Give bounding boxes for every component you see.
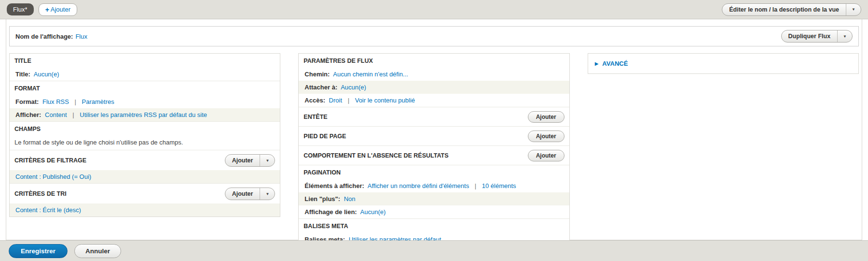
separator: | bbox=[348, 97, 349, 104]
add-no-results-button[interactable]: Ajouter bbox=[528, 150, 565, 161]
attach-link[interactable]: Aucun(e) bbox=[341, 84, 366, 91]
add-footer-button[interactable]: Ajouter bbox=[528, 130, 565, 142]
add-filter-button[interactable]: Ajouter bbox=[225, 155, 260, 166]
section-title-heading: TITLE bbox=[10, 54, 280, 68]
setting-row-items: Éléments à afficher: Afficher un nombre … bbox=[299, 179, 569, 192]
section-feed-heading: PARAMÈTRES DE FLUX bbox=[299, 54, 569, 68]
column-first-box: TITLE Title: Aucun(e) FORMAT Format: Flu… bbox=[9, 53, 280, 217]
chevron-down-icon: ▼ bbox=[265, 192, 269, 196]
display-name-link[interactable]: Flux bbox=[75, 33, 87, 40]
section-fields: CHAMPS Le format de style ou de ligne ch… bbox=[10, 121, 280, 150]
separator: | bbox=[75, 98, 76, 105]
cancel-button[interactable]: Annuler bbox=[74, 244, 121, 258]
section-pager-heading: PAGINATION bbox=[299, 165, 569, 179]
section-feed-label: PARAMÈTRES DE FLUX bbox=[303, 58, 373, 64]
section-no-results: COMPORTEMENT EN L'ABSENCE DE RÉSULTATS A… bbox=[299, 145, 569, 165]
separator: | bbox=[72, 111, 74, 118]
section-page-footer: PIED DE PAGE Ajouter bbox=[299, 126, 569, 145]
section-header: ENTÊTE Ajouter bbox=[299, 107, 569, 126]
setting-row-show: Afficher: Content | Utiliser les paramèt… bbox=[10, 108, 280, 121]
chevron-down-icon: ▼ bbox=[843, 34, 847, 39]
tab-flux[interactable]: Flux* bbox=[7, 3, 34, 15]
access-permission-link[interactable]: Voir le contenu publié bbox=[355, 97, 415, 104]
section-filter-heading: CRITÈRES DE FILTRAGE Ajouter ▼ bbox=[10, 150, 280, 170]
access-type-link[interactable]: Droit bbox=[329, 97, 342, 104]
section-pager-label: PAGINATION bbox=[303, 169, 341, 176]
add-sort-button[interactable]: Ajouter bbox=[225, 188, 260, 200]
display-tab-bar: Flux* + Ajouter Éditer le nom / la descr… bbox=[0, 0, 868, 19]
add-header-button[interactable]: Ajouter bbox=[528, 111, 565, 123]
section-no-results-label: COMPORTEMENT EN L'ABSENCE DE RÉSULTATS bbox=[303, 152, 448, 159]
format-style-link[interactable]: Flux RSS bbox=[42, 98, 69, 105]
column-first: TITLE Title: Aucun(e) FORMAT Format: Flu… bbox=[9, 53, 280, 246]
setting-row-attach: Attacher à: Aucun(e) bbox=[299, 81, 569, 94]
section-fields-heading: CHAMPS bbox=[10, 122, 280, 136]
filter-published-link[interactable]: Content : Published (= Oui) bbox=[15, 173, 91, 180]
section-filter-criteria: CRITÈRES DE FILTRAGE Ajouter ▼ Content :… bbox=[10, 150, 280, 183]
pager-type-link[interactable]: Afficher un nombre défini d'éléments bbox=[368, 182, 469, 189]
chevron-right-icon: ▶ bbox=[595, 61, 599, 66]
section-feed-settings: PARAMÈTRES DE FLUX Chemin: Aucun chemin … bbox=[299, 54, 569, 107]
chevron-down-icon: ▼ bbox=[265, 159, 269, 163]
edit-view-name-button[interactable]: Éditer le nom / la description de la vue bbox=[722, 4, 846, 15]
setting-row-sort: Content : Écrit le (desc) bbox=[10, 203, 280, 217]
duplicate-display-dropdown[interactable]: ▼ bbox=[837, 30, 852, 42]
setting-row-link-display: Affichage de lien: Aucun(e) bbox=[299, 205, 569, 218]
section-header-heading: ENTÊTE Ajouter bbox=[299, 107, 569, 126]
show-content-link[interactable]: Content bbox=[45, 111, 67, 118]
column-second: PARAMÈTRES DE FLUX Chemin: Aucun chemin … bbox=[298, 53, 569, 246]
save-button[interactable]: Enregistrer bbox=[9, 244, 68, 258]
plus-icon: + bbox=[45, 6, 49, 14]
section-sort-heading: CRITÈRES DE TRI Ajouter ▼ bbox=[10, 184, 280, 203]
section-format-label: FORMAT bbox=[14, 85, 40, 92]
add-display-label: Ajouter bbox=[51, 6, 70, 13]
advanced-toggle[interactable]: ▶ AVANCÉ bbox=[588, 53, 859, 74]
section-format-heading: FORMAT bbox=[10, 81, 280, 95]
fields-description: Le format de style ou de ligne choisi n'… bbox=[10, 136, 280, 150]
pager-count-link[interactable]: 10 éléments bbox=[482, 182, 516, 189]
column-third: ▶ AVANCÉ bbox=[588, 53, 859, 246]
view-edit-area: Nom de l'affichage: Flux Dupliquer Flux … bbox=[6, 19, 862, 240]
more-link-label: Lien "plus": bbox=[304, 195, 340, 203]
access-label: Accès: bbox=[304, 97, 325, 104]
attach-label: Attacher à: bbox=[304, 84, 337, 91]
column-second-box: PARAMÈTRES DE FLUX Chemin: Aucun chemin … bbox=[298, 53, 569, 246]
sort-created-link[interactable]: Content : Écrit le (desc) bbox=[15, 206, 81, 214]
show-label: Afficher: bbox=[15, 111, 41, 118]
show-rss-settings-link[interactable]: Utiliser les paramètres RSS par défaut d… bbox=[80, 111, 207, 118]
link-display-value-link[interactable]: Aucun(e) bbox=[360, 208, 386, 216]
add-sort-split-button: Ajouter ▼ bbox=[225, 188, 276, 200]
display-name-bar: Nom de l'affichage: Flux Dupliquer Flux … bbox=[9, 26, 859, 46]
section-header-label: ENTÊTE bbox=[303, 114, 327, 120]
add-filter-dropdown[interactable]: ▼ bbox=[260, 155, 275, 166]
section-page-footer-label: PIED DE PAGE bbox=[303, 133, 346, 140]
section-title-label: TITLE bbox=[14, 58, 31, 64]
duplicate-display-button[interactable]: Dupliquer Flux bbox=[782, 30, 838, 42]
settings-columns: TITLE Title: Aucun(e) FORMAT Format: Flu… bbox=[9, 53, 859, 246]
format-settings-link[interactable]: Paramètres bbox=[82, 98, 114, 105]
section-meta-label: BALISES META bbox=[303, 223, 348, 230]
section-fields-label: CHAMPS bbox=[14, 126, 41, 132]
display-name-label: Nom de l'affichage: bbox=[15, 33, 73, 40]
add-sort-dropdown[interactable]: ▼ bbox=[260, 188, 275, 200]
form-actions-bar: Enregistrer Annuler bbox=[0, 240, 868, 261]
section-format: FORMAT Format: Flux RSS | Paramètres Aff… bbox=[10, 81, 280, 121]
edit-view-name-dropdown[interactable]: ▼ bbox=[846, 4, 861, 15]
path-link[interactable]: Aucun chemin n'est défin... bbox=[333, 71, 408, 78]
section-sort-criteria: CRITÈRES DE TRI Ajouter ▼ Content : Écri… bbox=[10, 183, 280, 217]
section-meta-heading: BALISES META bbox=[299, 219, 569, 233]
items-label: Éléments à afficher: bbox=[304, 182, 364, 189]
section-no-results-heading: COMPORTEMENT EN L'ABSENCE DE RÉSULTATS A… bbox=[299, 146, 569, 165]
separator: | bbox=[475, 182, 476, 189]
setting-row-filter: Content : Published (= Oui) bbox=[10, 170, 280, 183]
setting-row-format: Format: Flux RSS | Paramètres bbox=[10, 95, 280, 108]
title-value-link[interactable]: Aucun(e) bbox=[34, 71, 59, 78]
edit-view-name-split-button: Éditer le nom / la description de la vue… bbox=[722, 3, 861, 16]
duplicate-display-split-button: Dupliquer Flux ▼ bbox=[781, 30, 853, 43]
setting-row-title: Title: Aucun(e) bbox=[10, 68, 280, 81]
title-label: Title: bbox=[15, 71, 30, 78]
path-label: Chemin: bbox=[304, 71, 330, 78]
section-sort-label: CRITÈRES DE TRI bbox=[14, 190, 67, 197]
more-link-value-link[interactable]: Non bbox=[344, 195, 356, 203]
add-display-button[interactable]: + Ajouter bbox=[39, 3, 77, 16]
